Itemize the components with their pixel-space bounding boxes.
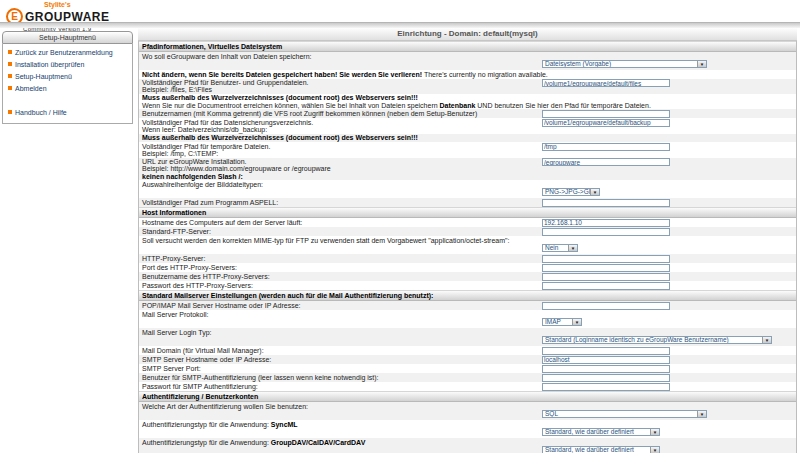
dropdown-value: PNG->JPG->GIF [543, 189, 590, 195]
text-input[interactable] [542, 365, 670, 373]
dropdown-value: IMAP [543, 319, 572, 325]
dropdown[interactable]: Standard, wie darüber definiert▼ [542, 446, 660, 453]
text-input[interactable] [542, 119, 670, 127]
section-header: Pfadinformationen, Virtuelles Dateisyste… [139, 41, 796, 52]
text-input[interactable] [542, 347, 670, 355]
text-input[interactable] [542, 282, 670, 290]
row-value: IMAP▼ [540, 310, 793, 328]
form-row: Mail Domain (für Virtual Mail Manager): [139, 346, 796, 355]
row-value [540, 364, 793, 373]
form-table: Pfadinformationen, Virtuelles Dateisyste… [138, 41, 797, 453]
sidebar-item[interactable]: Setup-Hauptmenü [3, 71, 132, 83]
row-label: SMTP Server Port: [142, 364, 540, 372]
text-input[interactable] [542, 228, 670, 236]
row-label: Mail Server Protokoll: [142, 310, 540, 318]
row-value [540, 272, 793, 281]
form-row: Port des HTTP-Proxy-Servers: [139, 263, 796, 272]
row-value [540, 198, 793, 207]
form-row: Muss außerhalb des Wurzelverzeichnisses … [139, 94, 796, 109]
row-label: Authentifizierungstyp für die Anwendung:… [142, 438, 540, 446]
text-input[interactable] [542, 374, 670, 382]
row-value [540, 79, 793, 88]
dropdown-value: Dateisystem (Vorgabe) [543, 61, 697, 67]
sidebar-items: Zurück zur BenutzeranmeldungInstallation… [2, 44, 133, 124]
chevron-down-icon: ▼ [697, 61, 706, 67]
text-input[interactable] [542, 79, 670, 87]
chevron-down-icon: ▼ [650, 429, 659, 435]
text-input[interactable] [542, 110, 670, 118]
dropdown[interactable]: IMAP▼ [542, 318, 582, 326]
row-label: Hostname des Computers auf dem der Serve… [142, 218, 540, 226]
form-row: Vollständiger Pfad für das Datensicherun… [139, 118, 796, 133]
sidebar-spacer [3, 95, 132, 107]
dropdown[interactable]: Standard, wie darüber definiert▼ [542, 428, 660, 436]
row-label: Vollständiger Pfad für das Datensicherun… [142, 118, 540, 133]
row-value [540, 227, 793, 236]
row-label: POP/IMAP Mail Server Hostname oder IP Ad… [142, 301, 540, 309]
sidebar-item[interactable]: Handbuch / Hilfe [3, 107, 132, 119]
bullet-icon [8, 74, 12, 78]
row-value: Standard, wie darüber definiert▼ [540, 438, 793, 453]
main-content: Einrichtung - Domain: default(mysql) Pfa… [138, 28, 797, 453]
text-input[interactable] [542, 158, 670, 166]
row-value: Nein▼ [540, 236, 793, 254]
bullet-icon [8, 86, 12, 90]
row-value [540, 118, 793, 127]
row-value [540, 254, 793, 263]
dropdown[interactable]: Nein▼ [542, 244, 578, 252]
row-value [540, 109, 793, 118]
row-value [540, 382, 793, 391]
form-row: Authentifizierungstyp für die Anwendung:… [139, 420, 796, 438]
row-value [540, 281, 793, 290]
row-label: Vollständiger Pfad zum Programm ASPELL: [142, 198, 540, 206]
text-input[interactable] [542, 255, 670, 263]
dropdown[interactable]: Dateisystem (Vorgabe)▼ [542, 60, 707, 68]
text-input[interactable] [542, 219, 670, 227]
dropdown-value: Nein [543, 245, 568, 251]
brand-stylites: Stylite's [44, 1, 110, 8]
row-value [540, 158, 793, 167]
section-header: Standard Mailserver Einstellungen (werde… [139, 290, 796, 301]
sidebar-item[interactable]: Abmelden [3, 83, 132, 95]
form-row: Vollständiger Pfad für temporäre Dateien… [139, 142, 796, 157]
form-row: Soll versucht werden den korrekten MIME-… [139, 236, 796, 254]
page: Stylite's E GROUPWARE Community Version … [0, 0, 800, 453]
row-label: Mail Domain (für Virtual Mail Manager): [142, 346, 540, 354]
row-label: Soll versucht werden den korrekten MIME-… [142, 236, 540, 244]
sidebar-item[interactable]: Installation überprüfen [3, 59, 132, 71]
sidebar-menu: Setup-Hauptmenü Zurück zur Benutzeranmel… [2, 31, 133, 124]
sidebar-item-label: Handbuch / Hilfe [15, 109, 67, 116]
text-input[interactable] [542, 356, 670, 364]
dropdown[interactable]: Standard (Loginname identisch zu eGroupW… [542, 336, 772, 344]
form-row: Benutzernamen (mit Komma getrennt) die V… [139, 109, 796, 118]
form-row: Passwort des HTTP-Proxy-Servers: [139, 281, 796, 290]
sidebar-item-label: Abmelden [15, 85, 47, 92]
row-value [540, 373, 793, 382]
text-input[interactable] [542, 273, 670, 281]
form-row: Hostname des Computers auf dem der Serve… [139, 218, 796, 227]
text-input[interactable] [542, 199, 670, 207]
row-value [540, 263, 793, 272]
text-input[interactable] [542, 302, 670, 310]
text-input[interactable] [542, 143, 670, 151]
row-label: Authentifizierungstyp für die Anwendung:… [142, 420, 540, 428]
text-input[interactable] [542, 264, 670, 272]
form-row: Auswahlreihenfolge der Bilddateitypen:PN… [139, 180, 796, 198]
row-value [540, 142, 793, 151]
row-value: PNG->JPG->GIF▼ [540, 180, 793, 198]
row-label: Muss außerhalb des Wurzelverzeichnisses … [142, 94, 793, 109]
chevron-down-icon: ▼ [762, 337, 771, 343]
row-value: Standard, wie darüber definiert▼ [540, 420, 793, 438]
row-label: Benutzernamen (mit Komma getrennt) die V… [142, 109, 540, 117]
row-label: HTTP-Proxy-Server: [142, 254, 540, 262]
sidebar-item[interactable]: Zurück zur Benutzeranmeldung [3, 47, 132, 59]
form-row: Nicht ändern, wenn Sie bereits Dateien g… [139, 70, 796, 79]
dropdown[interactable]: PNG->JPG->GIF▼ [542, 188, 600, 196]
row-value: Dateisystem (Vorgabe)▼ [540, 52, 793, 70]
form-row: SMTP Server Port: [139, 364, 796, 373]
row-label: Auswahlreihenfolge der Bilddateitypen: [142, 180, 540, 188]
row-value [540, 346, 793, 355]
dropdown[interactable]: SQL▼ [542, 410, 707, 418]
text-input[interactable] [542, 383, 670, 391]
row-label: Nicht ändern, wenn Sie bereits Dateien g… [142, 70, 793, 78]
